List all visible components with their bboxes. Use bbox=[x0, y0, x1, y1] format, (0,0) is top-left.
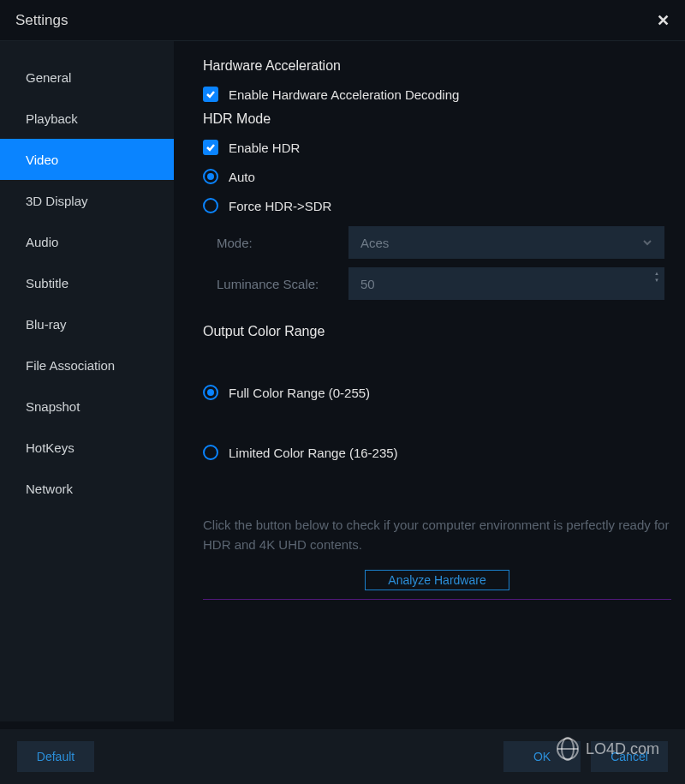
sidebar-item-video[interactable]: Video bbox=[0, 139, 174, 180]
cancel-button[interactable]: Cancel bbox=[591, 741, 668, 772]
hdr-auto-label: Auto bbox=[229, 170, 255, 184]
limited-color-range-label: Limited Color Range (16-235) bbox=[229, 446, 398, 460]
hdr-auto-radio[interactable] bbox=[203, 169, 218, 184]
sidebar-item-hotkeys[interactable]: HotKeys bbox=[0, 427, 174, 468]
mode-label: Mode: bbox=[203, 236, 348, 250]
sidebar-item-label: Subtitle bbox=[26, 276, 68, 290]
sidebar-item-playback[interactable]: Playback bbox=[0, 98, 174, 139]
hdr-force-sdr-radio[interactable] bbox=[203, 198, 218, 213]
sidebar-item-bluray[interactable]: Blu-ray bbox=[0, 303, 174, 344]
luminance-value: 50 bbox=[360, 277, 375, 291]
sidebar-item-general[interactable]: General bbox=[0, 57, 174, 98]
spinner-down-icon[interactable]: ▼ bbox=[654, 278, 659, 283]
full-color-range-radio[interactable] bbox=[203, 385, 218, 400]
sidebar-item-snapshot[interactable]: Snapshot bbox=[0, 386, 174, 427]
enable-hdr-checkbox[interactable] bbox=[203, 140, 218, 155]
analyze-info: Click the button below to check if your … bbox=[203, 516, 671, 554]
check-icon bbox=[206, 89, 216, 99]
sidebar-item-file-association[interactable]: File Association bbox=[0, 344, 174, 386]
sidebar-item-3d-display[interactable]: 3D Display bbox=[0, 180, 174, 221]
spinner-up-icon[interactable]: ▲ bbox=[654, 271, 659, 276]
ok-button[interactable]: OK bbox=[503, 741, 581, 772]
mode-value: Aces bbox=[360, 236, 389, 250]
sidebar-item-label: Snapshot bbox=[26, 399, 80, 414]
check-icon bbox=[206, 142, 216, 153]
sidebar-item-label: Audio bbox=[26, 235, 58, 249]
sidebar-item-label: General bbox=[26, 70, 71, 85]
sidebar-item-label: 3D Display bbox=[26, 194, 88, 208]
sidebar-item-network[interactable]: Network bbox=[0, 468, 174, 509]
analyze-hardware-button[interactable]: Analyze Hardware bbox=[365, 570, 509, 590]
enable-hw-accel-checkbox[interactable] bbox=[203, 87, 218, 102]
content-panel: Hardware Acceleration Enable Hardware Ac… bbox=[174, 41, 685, 721]
full-color-range-label: Full Color Range (0-255) bbox=[229, 386, 370, 400]
close-icon[interactable]: ✕ bbox=[657, 11, 670, 30]
hdr-title: HDR Mode bbox=[203, 111, 671, 127]
window-title: Settings bbox=[15, 12, 68, 29]
default-button[interactable]: Default bbox=[17, 741, 94, 772]
sidebar-item-label: Playback bbox=[26, 111, 78, 126]
divider bbox=[203, 599, 671, 600]
sidebar: General Playback Video 3D Display Audio … bbox=[0, 41, 174, 721]
sidebar-item-label: Blu-ray bbox=[26, 317, 67, 332]
sidebar-item-label: File Association bbox=[26, 358, 115, 373]
luminance-label: Luminance Scale: bbox=[203, 277, 348, 291]
limited-color-range-radio[interactable] bbox=[203, 445, 218, 460]
sidebar-item-label: Video bbox=[26, 153, 58, 167]
mode-select[interactable]: Aces bbox=[348, 226, 664, 259]
enable-hw-accel-label: Enable Hardware Acceleration Decoding bbox=[229, 87, 459, 102]
hdr-force-sdr-label: Force HDR->SDR bbox=[229, 199, 331, 213]
luminance-spinner[interactable]: 50 ▲ ▼ bbox=[348, 267, 664, 300]
sidebar-item-label: Network bbox=[26, 482, 73, 496]
hw-accel-title: Hardware Acceleration bbox=[203, 58, 671, 74]
footer: Default OK Cancel bbox=[0, 729, 685, 784]
color-range-title: Output Color Range bbox=[203, 324, 671, 339]
titlebar: Settings ✕ bbox=[0, 0, 685, 41]
sidebar-item-audio[interactable]: Audio bbox=[0, 221, 174, 262]
chevron-down-icon bbox=[642, 237, 652, 248]
sidebar-item-subtitle[interactable]: Subtitle bbox=[0, 262, 174, 303]
sidebar-item-label: HotKeys bbox=[26, 440, 74, 455]
enable-hdr-label: Enable HDR bbox=[229, 141, 300, 155]
